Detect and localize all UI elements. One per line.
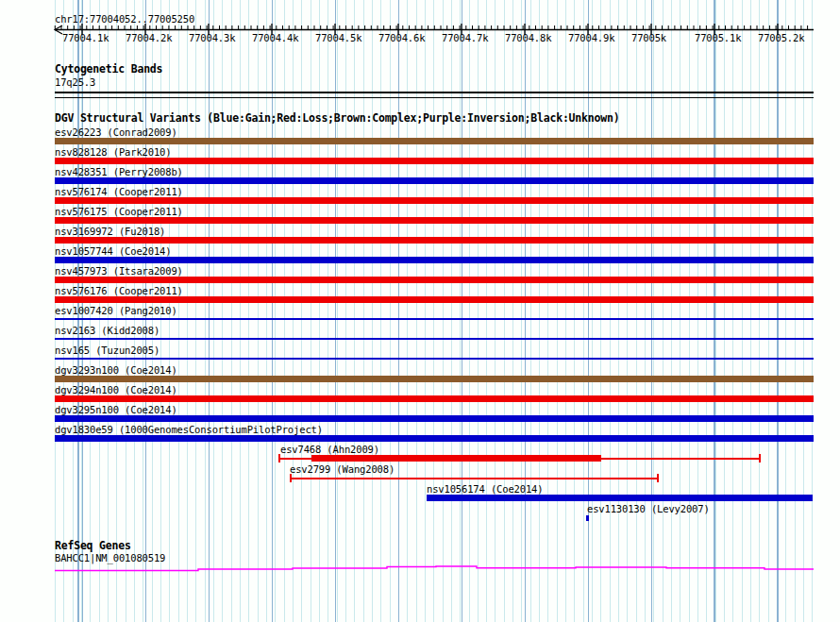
ruler-tick-label: 77004.5k: [315, 32, 361, 43]
variant-label: nsv828128 (Park2010): [55, 146, 171, 158]
variant-label: esv1007420 (Pang2010): [55, 305, 177, 316]
variant-range-end-left: [290, 474, 292, 482]
ruler-tick-label: 77004.2k: [126, 32, 172, 43]
ruler-tick-label: 77004.8k: [505, 32, 551, 43]
variant-thin-line[interactable]: [55, 338, 814, 340]
ruler-tick-label: 77005.1k: [695, 32, 741, 43]
variant-label: esv7468 (Ahn2009): [280, 444, 379, 455]
genome-browser-view: chr17:77004052..77005250 77004.1k77004.2…: [0, 0, 840, 622]
variant-label: dgv3293n100 (Coe2014): [55, 364, 177, 376]
variant-label: nsv428351 (Perry2008b): [55, 166, 183, 177]
variant-bar[interactable]: [55, 138, 814, 144]
cytogenetic-band-label: 17q25.3: [55, 76, 95, 88]
variant-bar[interactable]: [55, 237, 814, 244]
variant-label: nsv457973 (Itsara2009): [55, 265, 183, 277]
cytoband-box-top[interactable]: [55, 92, 814, 93]
variant-bar[interactable]: [55, 197, 814, 204]
ruler-tick-label: 77004.9k: [568, 32, 614, 43]
gene-model-line[interactable]: [55, 566, 814, 571]
variant-bar[interactable]: [55, 435, 814, 442]
gene-model-track: [0, 557, 840, 576]
variant-range-end-right: [657, 474, 659, 482]
variant-label: dgv3295n100 (Coe2014): [55, 404, 177, 415]
refseq-header: RefSeq Genes: [55, 540, 131, 552]
ruler-tick-label: 77004.3k: [189, 32, 235, 43]
variant-bar[interactable]: [55, 217, 814, 224]
variant-label: nsv165 (Tuzun2005): [55, 345, 160, 356]
variant-point-tick[interactable]: [586, 515, 589, 521]
variant-label: nsv1057744 (Coe2014): [55, 245, 171, 257]
variant-label: dgv3294n100 (Coe2014): [55, 384, 177, 395]
ruler-tick-label: 77004.7k: [442, 32, 488, 43]
ruler-tick-label: 77004.1k: [62, 32, 109, 43]
variant-label: nsv1056174 (Coe2014): [427, 483, 543, 495]
variant-bar[interactable]: [55, 415, 814, 422]
variant-label: nsv576174 (Cooper2011): [55, 186, 183, 197]
variant-label: nsv2163 (Kidd2008): [55, 325, 160, 336]
cytogenetic-header: Cytogenetic Bands: [55, 63, 162, 76]
variant-label: esv2799 (Wang2008): [290, 463, 395, 475]
variant-label: dgv1830e59 (1000GenomesConsortiumPilotPr…: [55, 424, 323, 435]
variant-label: nsv576176 (Cooper2011): [55, 285, 183, 296]
cytoband-box-bottom: [55, 97, 814, 98]
variant-label: nsv3169972 (Fu2018): [55, 226, 165, 237]
variant-label: nsv576175 (Cooper2011): [55, 206, 183, 217]
variant-bar[interactable]: [55, 177, 814, 184]
variant-label: esv1130130 (Levy2007): [587, 503, 710, 514]
variant-bar[interactable]: [55, 158, 814, 164]
variant-bar[interactable]: [427, 495, 813, 501]
variant-label: esv26223 (Conrad2009): [55, 126, 177, 138]
variant-bar[interactable]: [55, 257, 814, 263]
variant-range-end-right: [759, 454, 761, 462]
ruler-tick-label: 77005k: [631, 32, 666, 43]
ruler-tick-label: 77004.4k: [252, 32, 298, 43]
variant-range-line[interactable]: [290, 478, 659, 479]
variant-bar[interactable]: [55, 277, 814, 283]
variant-thin-line[interactable]: [55, 358, 814, 360]
variant-bar[interactable]: [55, 395, 814, 402]
variant-range-end-left: [278, 454, 280, 462]
variant-thin-line[interactable]: [55, 318, 814, 320]
variant-bar[interactable]: [311, 455, 601, 462]
variant-bar[interactable]: [55, 376, 814, 382]
ruler-tick-label: 77004.6k: [378, 32, 425, 43]
dgv-header: DGV Structural Variants (Blue:Gain;Red:L…: [55, 112, 619, 125]
variant-bar[interactable]: [55, 296, 814, 303]
ruler-tick-label: 77005.2k: [758, 32, 804, 43]
